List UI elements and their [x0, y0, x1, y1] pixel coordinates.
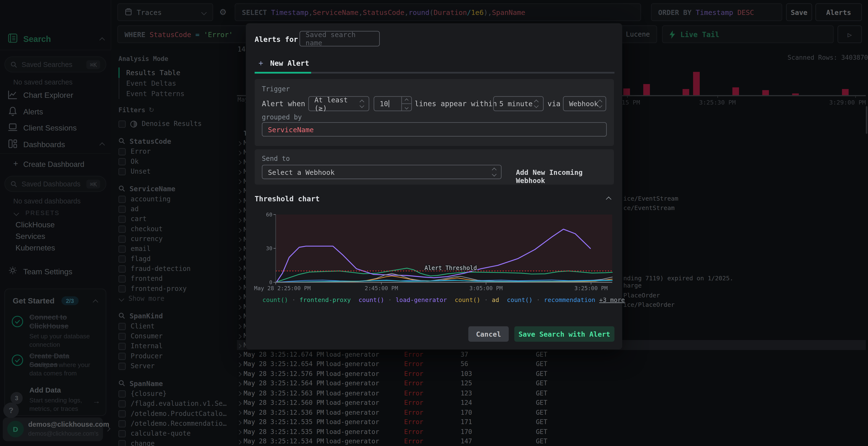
tab-new-alert[interactable]: New Alert	[270, 59, 309, 67]
select-chevrons-icon	[598, 100, 601, 107]
svg-text:3:05:00 PM: 3:05:00 PM	[469, 285, 503, 291]
legend-series-label: count()	[507, 297, 532, 304]
webhook-select[interactable]: Select a Webhook	[262, 165, 501, 179]
interval-select[interactable]: 5 minute	[493, 96, 544, 111]
new-alert-plus-icon: +	[258, 59, 263, 67]
legend-series-label: count()	[262, 297, 288, 304]
send-to-panel: Send to Select a Webhook Add New Incomin…	[255, 149, 614, 185]
legend-more-button[interactable]: +3 more	[599, 297, 625, 304]
svg-text:Alert Threshold: Alert Threshold	[424, 265, 477, 271]
tab-underline-track	[255, 72, 614, 73]
legend-group-label: frontend-proxy	[300, 297, 351, 304]
modal-title: Alerts for	[255, 35, 298, 43]
trigger-label: Trigger	[262, 85, 290, 93]
number-stepper[interactable]	[401, 97, 411, 110]
threshold-value-input[interactable]: 10	[374, 96, 412, 111]
cancel-button[interactable]: Cancel	[468, 326, 509, 342]
collapse-chart-chevron-icon[interactable]	[606, 197, 612, 202]
group-by-input[interactable]: ServiceName	[262, 122, 607, 137]
tab-underline-active	[255, 72, 311, 73]
legend-series-label: count()	[359, 297, 384, 304]
svg-text:May 28 2:25:00 PM: May 28 2:25:00 PM	[254, 285, 311, 291]
hyperdx-app: HyperDX Traces ⚙ SELECT Timestamp,Servic…	[0, 0, 868, 446]
svg-text:2:45:00 PM: 2:45:00 PM	[365, 285, 398, 291]
saved-search-name-input[interactable]: Saved search name	[300, 31, 380, 46]
svg-text:3:25:00 PM: 3:25:00 PM	[574, 285, 608, 291]
threshold-chart: 03060May 28 2:25:00 PM2:45:00 PM3:05:00 …	[254, 212, 614, 294]
add-webhook-button[interactable]: Add New Incoming Webhook	[516, 168, 614, 185]
svg-text:30: 30	[266, 245, 272, 251]
threshold-chart-legend: count()·frontend-proxycount()·load-gener…	[258, 297, 613, 304]
select-chevrons-icon	[492, 169, 495, 175]
send-to-label: Send to	[262, 155, 290, 163]
legend-group-label: load-generator	[396, 297, 447, 304]
select-chevrons-icon	[534, 100, 538, 107]
legend-group-label: recommendation	[544, 297, 595, 304]
legend-group-label: ad	[492, 297, 499, 304]
svg-text:60: 60	[266, 212, 272, 218]
lines-within-label: lines appear within	[415, 99, 497, 108]
channel-select[interactable]: Webhook	[563, 96, 606, 111]
threshold-chart-title: Threshold chart	[255, 195, 320, 203]
via-label: via	[548, 99, 561, 108]
svg-text:0: 0	[269, 279, 272, 285]
legend-series-label: count()	[455, 297, 480, 304]
text-caret	[389, 100, 389, 107]
alert-when-label: Alert when	[262, 99, 305, 108]
trigger-panel: Trigger Alert when At least (≥) 10 lines…	[255, 79, 614, 146]
grouped-by-label: grouped by	[262, 113, 302, 121]
save-search-with-alert-button[interactable]: Save Search with Alert	[514, 326, 615, 342]
threshold-op-select[interactable]: At least (≥)	[308, 96, 369, 111]
alert-modal: Alerts for Saved search name + New Alert…	[246, 23, 622, 349]
select-chevrons-icon	[360, 100, 363, 107]
